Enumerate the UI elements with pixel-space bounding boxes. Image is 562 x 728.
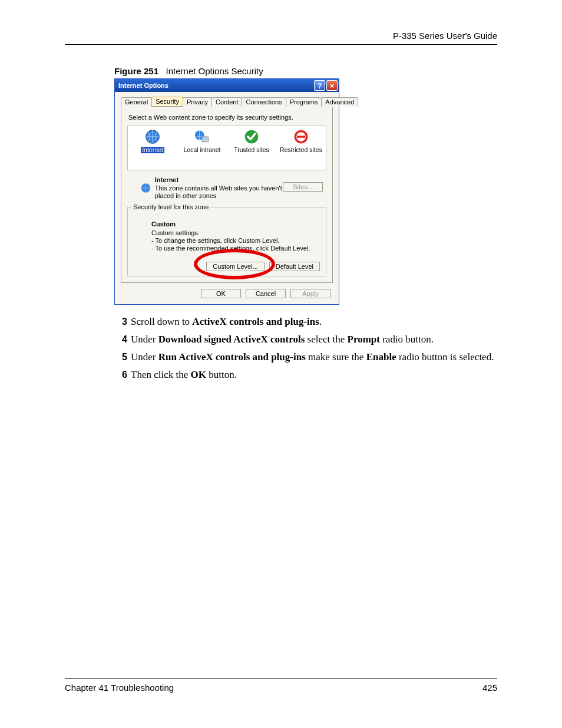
globe-icon	[144, 129, 161, 145]
ok-button[interactable]: OK	[201, 289, 241, 298]
restricted-icon	[293, 129, 309, 145]
tab-advanced[interactable]: Advanced	[321, 97, 358, 107]
zone-internet-label: Internet	[141, 147, 164, 153]
selected-zone-desc: This zone contains all Web sites you hav…	[155, 185, 282, 199]
default-level-button[interactable]: Default Level	[269, 262, 320, 271]
instruction-steps: 3 Scroll down to ActiveX controls and pl…	[114, 315, 497, 381]
security-level-fieldset: Security level for this zone Custom Cust…	[127, 207, 326, 276]
step-number: 3	[114, 315, 131, 328]
step-6: 6 Then click the OK button.	[114, 368, 497, 381]
step-text: Scroll down to ActiveX controls and plug…	[131, 315, 497, 328]
zone-list[interactable]: Internet Local intranet	[127, 126, 326, 170]
close-icon: ×	[330, 81, 335, 90]
zone-description: Internet This zone contains all Web site…	[155, 176, 283, 200]
step-number: 5	[114, 351, 131, 364]
step-number: 6	[114, 368, 131, 381]
step-5: 5 Under Run ActiveX controls and plug-in…	[114, 351, 497, 364]
zone-internet[interactable]: Internet	[129, 129, 176, 153]
internet-options-dialog: Internet Options ? × General Security Pr…	[114, 78, 339, 305]
svg-rect-8	[297, 136, 305, 138]
zone-restricted-sites[interactable]: Restricted sites	[277, 129, 325, 153]
level-line-2: - To use the recommended settings, click…	[151, 245, 310, 252]
level-line-0: Custom settings.	[151, 229, 200, 236]
tab-security[interactable]: Security	[151, 97, 183, 106]
titlebar[interactable]: Internet Options ? ×	[115, 79, 339, 92]
figure-caption: Figure 251 Internet Options Security	[114, 66, 497, 76]
footer-page-number: 425	[482, 683, 497, 693]
tab-general[interactable]: General	[121, 97, 152, 107]
security-level-text: Custom Custom settings. - To change the …	[151, 220, 320, 252]
page-header: P-335 Series User's Guide	[65, 31, 497, 45]
step-text: Under Download signed ActiveX controls s…	[131, 333, 497, 346]
level-title: Custom	[151, 220, 320, 228]
tab-panel-security: Select a Web content zone to specify its…	[121, 106, 333, 283]
tab-strip: General Security Privacy Content Connect…	[121, 97, 333, 106]
intranet-icon	[194, 129, 210, 145]
sites-button[interactable]: Sites...	[283, 182, 323, 192]
footer-chapter: Chapter 41 Troubleshooting	[65, 683, 174, 693]
step-text: Then click the OK button.	[131, 368, 497, 381]
globe-icon	[140, 180, 151, 196]
step-text: Under Run ActiveX controls and plug-ins …	[131, 351, 497, 364]
step-4: 4 Under Download signed ActiveX controls…	[114, 333, 497, 346]
level-line-1: - To change the settings, click Custom L…	[151, 237, 279, 244]
fieldset-legend: Security level for this zone	[131, 203, 210, 210]
figure-title: Internet Options Security	[166, 66, 263, 76]
step-3: 3 Scroll down to ActiveX controls and pl…	[114, 315, 497, 328]
trusted-icon	[243, 129, 260, 145]
tab-content[interactable]: Content	[211, 97, 243, 107]
help-button[interactable]: ?	[314, 80, 325, 91]
zone-trusted-sites[interactable]: Trusted sites	[228, 129, 275, 153]
figure-number: Figure 251	[114, 66, 158, 76]
help-icon: ?	[318, 81, 322, 90]
page-footer: Chapter 41 Troubleshooting 425	[65, 678, 497, 693]
apply-button[interactable]: Apply	[290, 289, 330, 298]
window-title: Internet Options	[118, 82, 314, 89]
step-number: 4	[114, 333, 131, 346]
zone-trusted-sites-label: Trusted sites	[234, 147, 269, 153]
zone-local-intranet[interactable]: Local intranet	[178, 129, 226, 153]
tab-privacy[interactable]: Privacy	[183, 97, 212, 107]
selected-zone-title: Internet	[155, 176, 283, 184]
tab-connections[interactable]: Connections	[242, 97, 286, 107]
zone-local-intranet-label: Local intranet	[183, 147, 220, 153]
zone-instruction: Select a Web content zone to specify its…	[128, 114, 326, 121]
tab-programs[interactable]: Programs	[286, 97, 322, 107]
zone-restricted-sites-label: Restricted sites	[280, 147, 322, 153]
cancel-button[interactable]: Cancel	[246, 289, 286, 298]
custom-level-button[interactable]: Custom Level...	[206, 262, 264, 271]
close-button[interactable]: ×	[326, 80, 338, 91]
svg-rect-4	[203, 137, 208, 140]
